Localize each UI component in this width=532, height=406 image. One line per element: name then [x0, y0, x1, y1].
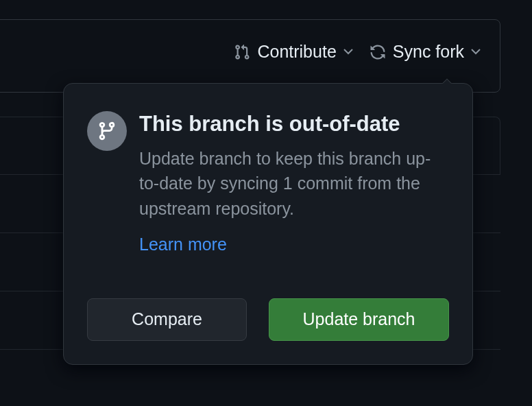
caret-down-icon [343, 49, 353, 55]
contribute-label: Contribute [257, 42, 336, 62]
popover-footer: Compare Update branch [64, 279, 472, 364]
contribute-button[interactable]: Contribute [234, 42, 352, 62]
popover-body: This branch is out-of-date Update branch… [64, 84, 472, 279]
popover-description: Update branch to keep this branch up-to-… [139, 146, 449, 221]
sync-icon [370, 44, 386, 60]
branch-status-icon-circle [87, 111, 127, 151]
update-branch-button[interactable]: Update branch [269, 298, 449, 341]
sync-fork-button[interactable]: Sync fork [370, 42, 481, 62]
git-pull-request-icon [234, 44, 250, 60]
compare-button[interactable]: Compare [87, 298, 247, 341]
popover-content: This branch is out-of-date Update branch… [139, 111, 449, 254]
sync-fork-popover: This branch is out-of-date Update branch… [63, 83, 473, 365]
caret-down-icon [471, 49, 481, 55]
branch-toolbar: Contribute Sync fork [0, 20, 500, 62]
header-panel: Contribute Sync fork [0, 19, 500, 93]
git-branch-icon [97, 121, 117, 141]
popover-caret [439, 76, 454, 84]
popover-title: This branch is out-of-date [139, 111, 449, 136]
learn-more-link[interactable]: Learn more [139, 235, 227, 254]
sync-fork-label: Sync fork [393, 42, 464, 62]
